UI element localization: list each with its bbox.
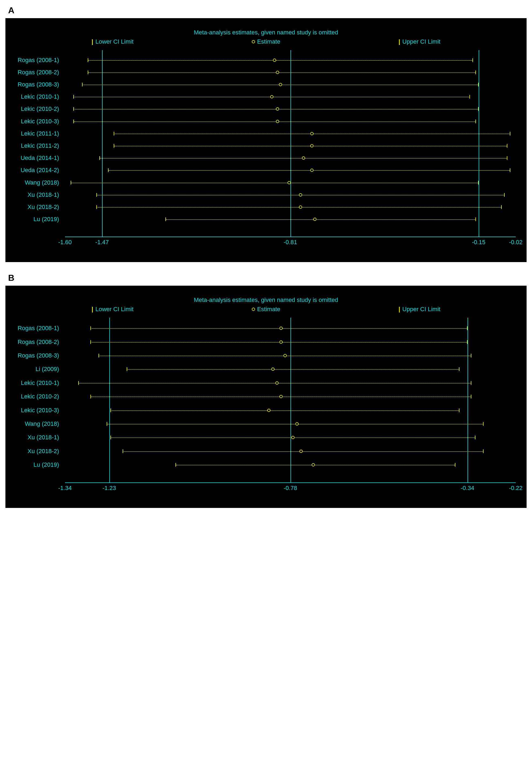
study-label: Lekic (2010-3)	[5, 118, 62, 125]
lower-ci-tick	[82, 83, 83, 86]
legend-lower-ci: |Lower CI Limit	[92, 306, 133, 313]
study-line	[62, 379, 516, 387]
upper-ci-tick	[459, 367, 460, 371]
study-row: Lekic (2011-1)	[5, 130, 516, 137]
ci-range	[78, 383, 471, 383]
upper-ci-tick	[459, 409, 460, 412]
upper-ci-tick	[471, 395, 471, 398]
circle-icon	[252, 40, 255, 44]
study-row: Lekic (2010-1)	[5, 379, 516, 387]
upper-ci-tick	[483, 422, 484, 426]
estimate-marker	[279, 341, 283, 344]
study-label: Xu (2018-1)	[5, 191, 62, 198]
lower-ci-tick	[73, 107, 74, 111]
estimate-marker	[271, 368, 274, 371]
ci-range	[91, 342, 467, 343]
study-row: Rogas (2008-1)	[5, 56, 516, 64]
study-label: Lekic (2010-2)	[5, 393, 62, 400]
x-axis-tick: -0.15	[472, 239, 486, 246]
lower-ci-tick	[99, 156, 100, 160]
study-row: Ueda (2014-2)	[5, 167, 516, 174]
chart-body: -1.34-1.23-0.78-0.34-0.22Rogas (2008-1)R…	[65, 318, 516, 483]
circle-icon	[252, 308, 255, 311]
lower-ci-tick	[97, 193, 97, 197]
lower-ci-tick	[110, 436, 111, 439]
legend-estimate: Estimate	[252, 38, 280, 45]
lower-ci-tick	[123, 449, 123, 453]
study-label: Lu (2019)	[5, 216, 62, 223]
study-row: Xu (2018-1)	[5, 434, 516, 441]
study-row: Lekic (2011-2)	[5, 142, 516, 150]
legend: |Lower CI LimitEstimate|Upper CI Limit	[16, 306, 516, 313]
study-label: Xu (2018-2)	[5, 203, 62, 211]
estimate-marker	[284, 354, 287, 357]
study-row: Lekic (2010-2)	[5, 105, 516, 113]
study-label: Wang (2018)	[5, 179, 62, 186]
ci-range	[111, 410, 459, 411]
estimate-marker	[310, 132, 314, 135]
x-axis-tick: -1.60	[58, 239, 72, 246]
ci-range	[123, 451, 483, 452]
lower-ci-tick	[88, 58, 88, 62]
ci-range	[108, 170, 510, 171]
ci-range	[166, 219, 476, 220]
study-label: Rogas (2008-1)	[5, 325, 62, 332]
lower-ci-tick	[88, 71, 88, 74]
upper-ci-tick	[471, 381, 471, 385]
estimate-marker	[275, 381, 279, 384]
lower-ci-tick	[165, 217, 166, 221]
estimate-marker	[299, 450, 303, 453]
study-label: Lekic (2011-2)	[5, 142, 62, 149]
legend-text: Lower CI Limit	[95, 38, 133, 45]
study-line	[62, 191, 516, 199]
study-row: Lekic (2010-1)	[5, 93, 516, 101]
upper-ci-tick	[478, 83, 479, 86]
study-label: Li (2009)	[5, 366, 62, 373]
study-label: Ueda (2014-1)	[5, 155, 62, 162]
panel-a: AMeta-analysis estimates, given named st…	[5, 5, 527, 262]
x-axis	[65, 237, 516, 237]
upper-ci-tick	[483, 449, 484, 453]
study-label: Wang (2018)	[5, 420, 62, 427]
upper-ci-tick	[467, 326, 467, 330]
study-line	[62, 352, 516, 359]
study-row: Rogas (2008-2)	[5, 69, 516, 76]
estimate-marker	[313, 218, 317, 221]
study-row: Lekic (2010-3)	[5, 118, 516, 125]
study-line	[62, 365, 516, 373]
x-axis-tick: -1.47	[95, 239, 109, 246]
study-line	[62, 105, 516, 113]
tick-icon: |	[399, 306, 400, 313]
lower-ci-tick	[114, 132, 114, 136]
upper-ci-tick	[475, 71, 476, 74]
estimate-marker	[279, 395, 283, 398]
upper-ci-tick	[472, 58, 473, 62]
lower-ci-tick	[176, 463, 176, 467]
estimate-marker	[299, 193, 302, 197]
study-line	[62, 324, 516, 332]
ci-range	[176, 465, 455, 465]
legend-text: Lower CI Limit	[95, 306, 133, 313]
study-line	[62, 118, 516, 125]
study-line	[62, 142, 516, 150]
study-line	[62, 93, 516, 101]
x-axis	[65, 482, 516, 483]
study-line	[62, 393, 516, 400]
study-label: Ueda (2014-2)	[5, 167, 62, 174]
upper-ci-tick	[467, 340, 467, 344]
legend: |Lower CI LimitEstimate|Upper CI Limit	[16, 38, 516, 45]
x-axis-tick: -0.78	[284, 485, 297, 492]
upper-ci-tick	[469, 95, 470, 99]
study-line	[62, 81, 516, 88]
study-line	[62, 407, 516, 414]
study-line	[62, 434, 516, 441]
study-label: Xu (2018-1)	[5, 434, 62, 441]
ci-range	[107, 424, 484, 424]
upper-ci-tick	[475, 217, 476, 221]
x-axis-tick: -0.81	[284, 239, 297, 246]
estimate-marker	[276, 120, 279, 123]
lower-ci-tick	[107, 422, 107, 426]
ci-range	[88, 72, 475, 73]
lower-ci-tick	[73, 120, 74, 123]
study-label: Rogas (2008-3)	[5, 81, 62, 88]
